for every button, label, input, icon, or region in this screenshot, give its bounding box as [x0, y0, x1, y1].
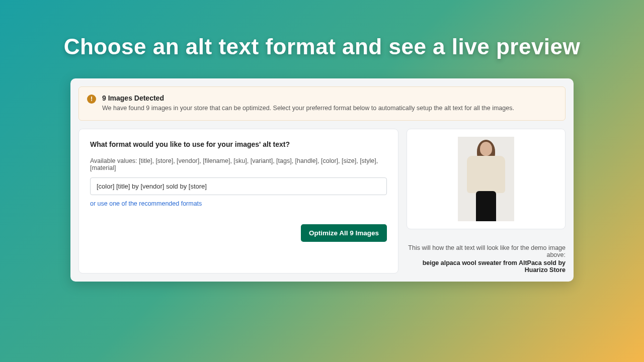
main-card: ! 9 Images Detected We have found 9 imag…	[70, 78, 574, 282]
banner-title: 9 Images Detected	[102, 94, 514, 102]
banner-text: 9 Images Detected We have found 9 images…	[102, 94, 514, 113]
warning-icon: !	[87, 95, 96, 104]
caption-sample: beige alpaca wool sweater from AltPaca s…	[407, 259, 566, 274]
format-input[interactable]	[90, 177, 387, 195]
demo-image	[458, 137, 514, 221]
info-banner: ! 9 Images Detected We have found 9 imag…	[78, 86, 566, 121]
format-question: What format would you like to use for yo…	[90, 140, 387, 148]
banner-body: We have found 9 images in your store tha…	[102, 104, 514, 113]
recommended-formats-link[interactable]: or use one of the recommended formats	[90, 200, 387, 207]
optimize-button[interactable]: Optimize All 9 Images	[301, 224, 387, 242]
page-title: Choose an alt text format and see a live…	[64, 34, 581, 59]
preview-column: This will how the alt text will look lik…	[407, 129, 566, 274]
caption-lead: This will how the alt text will look lik…	[408, 244, 566, 258]
available-values: Available values: [title], [store], [ven…	[90, 157, 387, 171]
preview-caption: This will how the alt text will look lik…	[407, 244, 566, 274]
preview-box	[407, 129, 566, 229]
format-panel: What format would you like to use for yo…	[78, 129, 398, 274]
